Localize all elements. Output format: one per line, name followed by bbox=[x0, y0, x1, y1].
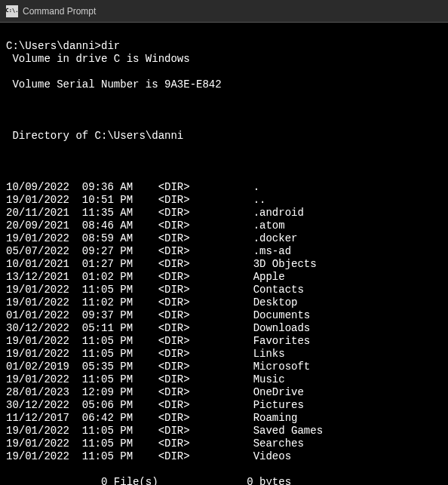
dir-entry: 19/01/2022 11:05 PM <DIR> Saved Games bbox=[6, 425, 442, 437]
dir-entry: 19/01/2022 10:51 PM <DIR> .. bbox=[6, 194, 442, 207]
dir-entry: 13/12/2021 01:02 PM <DIR> Apple bbox=[6, 271, 442, 284]
blank-line bbox=[6, 104, 442, 117]
directory-listing: 10/09/2022 09:36 AM <DIR> .19/01/2022 10… bbox=[6, 181, 442, 463]
dir-entry: 11/12/2017 06:42 PM <DIR> Roaming bbox=[6, 412, 442, 425]
command-text: dir bbox=[101, 40, 120, 52]
summary-files: 0 File(s) 0 bytes bbox=[6, 476, 442, 485]
volume-line: Volume in drive C is Windows bbox=[6, 53, 442, 66]
dir-entry: 10/01/2021 01:27 PM <DIR> 3D Objects bbox=[6, 258, 442, 271]
prompt-path: C:\Users\danni> bbox=[6, 40, 101, 52]
dir-entry: 19/01/2022 11:05 PM <DIR> Contacts bbox=[6, 284, 442, 296]
dir-entry: 19/01/2022 11:05 PM <DIR> Music bbox=[6, 373, 442, 386]
cmd-icon: C:\. bbox=[6, 5, 18, 17]
directory-of-line: Directory of C:\Users\danni bbox=[6, 130, 442, 143]
dir-entry: 10/09/2022 09:36 AM <DIR> . bbox=[6, 181, 442, 194]
window-title: Command Prompt bbox=[23, 6, 96, 17]
blank-line bbox=[6, 155, 442, 168]
dir-entry: 30/12/2022 05:06 PM <DIR> Pictures bbox=[6, 399, 442, 412]
dir-entry: 05/07/2022 09:27 PM <DIR> .ms-ad bbox=[6, 245, 442, 258]
dir-entry: 19/01/2022 11:05 PM <DIR> Favorites bbox=[6, 335, 442, 348]
dir-entry: 28/01/2023 12:09 PM <DIR> OneDrive bbox=[6, 386, 442, 399]
serial-line: Volume Serial Number is 9A3E-E842 bbox=[6, 78, 442, 91]
dir-entry: 19/01/2022 08:59 AM <DIR> .docker bbox=[6, 232, 442, 245]
terminal-output[interactable]: C:\Users\danni>dir Volume in drive C is … bbox=[0, 23, 448, 485]
dir-entry: 20/09/2021 08:46 AM <DIR> .atom bbox=[6, 219, 442, 232]
titlebar[interactable]: C:\. Command Prompt bbox=[0, 0, 448, 23]
dir-entry: 19/01/2022 11:02 PM <DIR> Desktop bbox=[6, 296, 442, 309]
dir-entry: 30/12/2022 05:11 PM <DIR> Downloads bbox=[6, 322, 442, 335]
dir-entry: 19/01/2022 11:05 PM <DIR> Videos bbox=[6, 450, 442, 463]
dir-entry: 01/02/2019 05:35 PM <DIR> Microsoft bbox=[6, 361, 442, 373]
dir-entry: 19/01/2022 11:05 PM <DIR> Links bbox=[6, 348, 442, 361]
dir-entry: 19/01/2022 11:05 PM <DIR> Searches bbox=[6, 437, 442, 450]
dir-entry: 20/11/2021 11:35 AM <DIR> .android bbox=[6, 207, 442, 219]
dir-entry: 01/01/2022 09:37 PM <DIR> Documents bbox=[6, 309, 442, 322]
